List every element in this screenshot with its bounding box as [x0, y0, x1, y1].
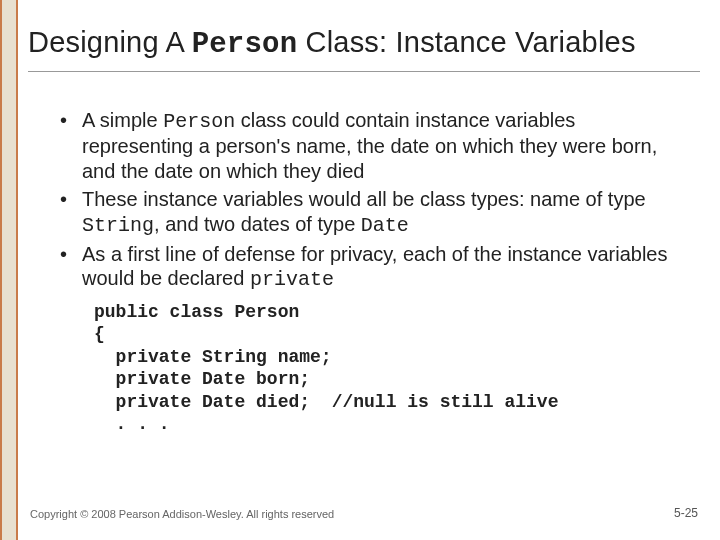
left-accent-stripe — [0, 0, 18, 540]
mono-text: Date — [361, 214, 409, 237]
code-block: public class Person { private String nam… — [94, 301, 700, 436]
mono-text: String — [82, 214, 154, 237]
slide-content: Designing A Person Class: Instance Varia… — [28, 20, 700, 436]
bullet-item: As a first line of defense for privacy, … — [60, 242, 690, 293]
copyright-footer: Copyright © 2008 Pearson Addison-Wesley.… — [30, 508, 334, 520]
body-text: As a first line of defense for privacy, … — [82, 243, 668, 289]
page-number: 5-25 — [674, 506, 698, 520]
title-post: Class: Instance Variables — [297, 26, 635, 58]
slide-title: Designing A Person Class: Instance Varia… — [28, 20, 700, 72]
title-mono: Person — [192, 28, 298, 61]
mono-text: private — [250, 268, 334, 291]
body-text: These instance variables would all be cl… — [82, 188, 646, 210]
body-text: A simple — [82, 109, 163, 131]
bullet-item: These instance variables would all be cl… — [60, 187, 690, 238]
title-pre: Designing A — [28, 26, 192, 58]
bullet-item: A simple Person class could contain inst… — [60, 108, 690, 183]
bullet-list: A simple Person class could contain inst… — [60, 108, 690, 293]
mono-text: Person — [163, 110, 235, 133]
body-text: , and two dates of type — [154, 213, 361, 235]
